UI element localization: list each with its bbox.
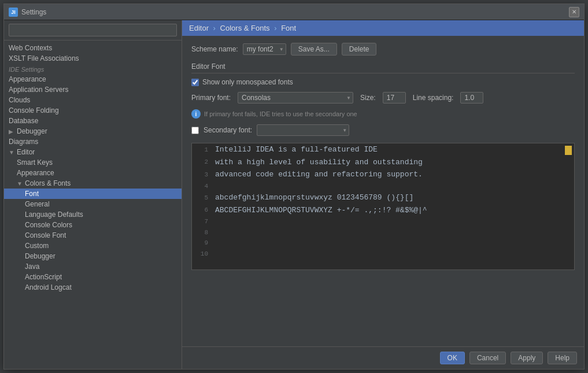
sidebar-item-label: Android Logcat (25, 283, 72, 291)
cancel-button[interactable]: Cancel (469, 352, 506, 364)
preview-box: 1 IntelliJ IDEA is a full-featured IDE 2… (191, 143, 575, 270)
secondary-font-label[interactable]: Secondary font: (204, 126, 252, 134)
scheme-select[interactable]: my font2 (243, 43, 286, 55)
tree-container: Web Contexts XSLT File Associations IDE … (4, 40, 182, 369)
sidebar-item-console-font[interactable]: Console Font (4, 230, 182, 241)
breadcrumb-separator: › (274, 24, 276, 32)
sidebar-item-editor[interactable]: ▼ Editor (4, 147, 182, 157)
sidebar-item-font[interactable]: Font (4, 189, 182, 199)
bookmark-icon (565, 146, 572, 155)
line-number: 3 (197, 170, 208, 180)
sidebar-item-debugger-sub[interactable]: Debugger (4, 251, 182, 261)
sidebar-item-appearance[interactable]: Appearance (4, 74, 182, 84)
breadcrumb-separator: › (213, 24, 216, 32)
preview-line-8: 8 (192, 227, 574, 238)
preview-line-6: 6 ABCDEFGHIJKLMNOPQRSTUVWXYZ +-*/= .,;:!… (192, 204, 574, 217)
show-monospaced-row: Show only monospaced fonts (191, 78, 575, 86)
scheme-row: Scheme name: my font2 Save As... Delete (191, 43, 575, 56)
line-number: 9 (197, 238, 208, 248)
line-number: 4 (197, 182, 208, 191)
sidebar-item-xslt[interactable]: XSLT File Associations (4, 53, 182, 64)
sidebar-item-label: Colors & Fonts (25, 179, 71, 187)
sidebar-item-smart-keys[interactable]: Smart Keys (4, 157, 182, 168)
close-button[interactable]: ✕ (569, 7, 579, 17)
primary-font-combo-wrap: Consolas (238, 92, 353, 104)
preview-line-5: 5 abcdefghijklmnopqrstuvwxyz 0123456789 … (192, 191, 574, 204)
sidebar-item-colors-fonts[interactable]: ▼ Colors & Fonts (4, 178, 182, 189)
sidebar-item-label: Font (25, 190, 39, 198)
primary-font-select[interactable]: Consolas (238, 92, 353, 104)
sidebar-item-label: Appearance (17, 169, 54, 177)
expand-arrow-icon: ▶ (9, 128, 16, 135)
sidebar-item-console-colors[interactable]: Console Colors (4, 220, 182, 230)
sidebar-item-label: Application Servers (9, 86, 68, 94)
preview-line-10: 10 (192, 249, 574, 260)
sidebar-item-label: Debugger (25, 252, 56, 260)
footer: OK Cancel Apply Help (182, 346, 584, 369)
sidebar-item-diagrams[interactable]: Diagrams (4, 136, 182, 147)
preview-text: IntelliJ IDEA is a full-featured IDE (215, 144, 378, 156)
ide-settings-header: IDE Settings (4, 64, 182, 74)
sidebar-item-label: Console Folding (9, 106, 59, 115)
main-content: Web Contexts XSLT File Associations IDE … (4, 20, 584, 369)
sidebar-item-label: Custom (25, 242, 49, 250)
sidebar-item-debugger[interactable]: ▶ Debugger (4, 126, 182, 136)
sidebar-item-label: Language Defaults (25, 210, 83, 219)
sidebar-item-label: Web Contexts (9, 44, 52, 52)
breadcrumb-part-2: Colors & Fonts (220, 24, 270, 32)
sidebar-item-label: ActionScript (25, 273, 62, 281)
content-panel: Editor › Colors & Fonts › Font Scheme na… (182, 20, 584, 369)
ok-button[interactable]: OK (440, 352, 465, 364)
info-row: i If primary font fails, IDE tries to us… (191, 109, 575, 119)
show-monospaced-label[interactable]: Show only monospaced fonts (202, 78, 293, 86)
sidebar-item-general[interactable]: General (4, 199, 182, 209)
preview-text: abcdefghijklmnopqrstuvwxyz 0123456789 ()… (215, 192, 413, 204)
size-label: Size: (360, 94, 376, 102)
preview-text: advanced code editing and refactoring su… (215, 169, 423, 180)
sidebar-item-clouds[interactable]: Clouds (4, 95, 182, 105)
sidebar-item-actionscript[interactable]: ActionScript (4, 272, 182, 282)
preview-text: with a high level of usability and outst… (215, 157, 423, 168)
show-monospaced-checkbox[interactable] (191, 79, 199, 86)
line-spacing-input[interactable] (460, 92, 483, 104)
sidebar-item-appearance-sub[interactable]: Appearance (4, 168, 182, 178)
sidebar-item-label: Editor (17, 148, 35, 156)
sidebar-item-custom[interactable]: Custom (4, 241, 182, 251)
size-input[interactable] (383, 92, 406, 104)
line-number: 2 (197, 157, 208, 167)
line-number: 6 (197, 205, 208, 215)
line-number: 1 (197, 145, 208, 155)
save-as-button[interactable]: Save As... (291, 43, 337, 56)
sidebar-item-label: Smart Keys (17, 158, 53, 167)
sidebar-item-label: Console Font (25, 231, 66, 239)
primary-font-row: Primary font: Consolas Size: Line spacin… (191, 92, 575, 104)
delete-button[interactable]: Delete (342, 43, 377, 56)
sidebar-item-database[interactable]: Database (4, 116, 182, 126)
line-number: 10 (197, 249, 208, 259)
apply-button[interactable]: Apply (511, 352, 543, 364)
line-number: 5 (197, 193, 208, 203)
line-number: 8 (197, 228, 208, 238)
line-spacing-label: Line spacing: (413, 94, 454, 102)
search-box (4, 20, 182, 40)
secondary-font-row: Secondary font: (191, 124, 575, 136)
preview-line-3: 3 advanced code editing and refactoring … (192, 168, 574, 181)
help-button[interactable]: Help (548, 352, 577, 364)
secondary-font-select[interactable] (257, 124, 349, 136)
sidebar-item-console-folding[interactable]: Console Folding (4, 105, 182, 116)
sidebar-item-app-servers[interactable]: Application Servers (4, 84, 182, 95)
sidebar-item-web-contexts[interactable]: Web Contexts (4, 43, 182, 53)
sidebar-item-language-defaults[interactable]: Language Defaults (4, 209, 182, 220)
secondary-font-combo-wrap (257, 124, 349, 136)
preview-line-1: 1 IntelliJ IDEA is a full-featured IDE (192, 143, 574, 156)
sidebar-item-java[interactable]: Java (4, 261, 182, 272)
secondary-font-checkbox[interactable] (191, 127, 199, 134)
sidebar-item-label: Clouds (9, 96, 30, 104)
sidebar-item-android-logcat[interactable]: Android Logcat (4, 282, 182, 293)
scheme-dropdown-wrap: my font2 (243, 43, 286, 55)
breadcrumb: Editor › Colors & Fonts › Font (182, 20, 584, 36)
search-input[interactable] (9, 24, 177, 36)
sidebar-item-label: Appearance (9, 75, 46, 83)
preview-line-2: 2 with a high level of usability and out… (192, 156, 574, 169)
preview-line-4: 4 (192, 181, 574, 192)
